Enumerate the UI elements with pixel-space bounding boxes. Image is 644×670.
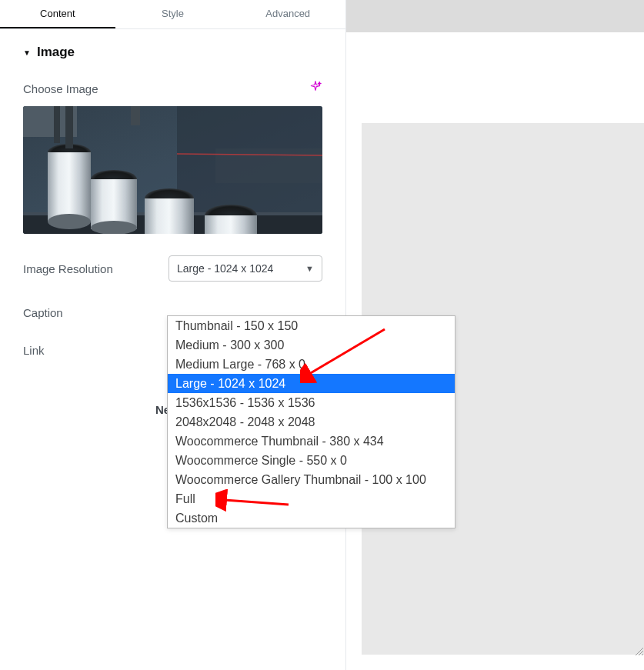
dropdown-option-wc-single[interactable]: Woocommerce Single - 550 x 0 <box>168 451 455 470</box>
dropdown-option-2048[interactable]: 2048x2048 - 2048 x 2048 <box>168 412 455 432</box>
choose-image-label: Choose Image <box>23 82 98 95</box>
svg-rect-20 <box>23 106 322 234</box>
image-resolution-select[interactable]: Large - 1024 x 1024 ▼ <box>169 255 322 282</box>
image-resolution-row: Image Resolution Large - 1024 x 1024 ▼ <box>23 255 322 282</box>
top-bar <box>346 0 644 32</box>
choose-image-row: Choose Image <box>23 80 322 97</box>
chevron-down-icon: ▼ <box>305 264 314 273</box>
dropdown-option-thumbnail[interactable]: Thumbnail - 150 x 150 <box>168 316 455 335</box>
caret-down-icon: ▼ <box>23 48 31 57</box>
dropdown-option-full[interactable]: Full <box>168 489 455 508</box>
dropdown-option-custom[interactable]: Custom <box>168 508 455 528</box>
caption-label: Caption <box>23 306 63 319</box>
dropdown-option-medium[interactable]: Medium - 300 x 300 <box>168 335 455 355</box>
dropdown-option-1536[interactable]: 1536x1536 - 1536 x 1536 <box>168 393 455 412</box>
ai-sparkle-icon[interactable] <box>309 80 322 97</box>
tabs: Content Style Advanced <box>0 0 345 29</box>
resolution-dropdown: Thumbnail - 150 x 150 Medium - 300 x 300… <box>167 315 455 528</box>
link-label: Link <box>23 344 45 357</box>
dropdown-option-large[interactable]: Large - 1024 x 1024 <box>168 374 455 393</box>
dropdown-option-wc-gallery[interactable]: Woocommerce Gallery Thumbnail - 100 x 10… <box>168 470 455 489</box>
image-resolution-value: Large - 1024 x 1024 <box>177 262 273 275</box>
dropdown-option-medium-large[interactable]: Medium Large - 768 x 0 <box>168 355 455 374</box>
tab-style[interactable]: Style <box>115 0 231 28</box>
tab-content[interactable]: Content <box>0 0 115 28</box>
section-header-image[interactable]: ▼ Image <box>23 45 322 60</box>
tab-advanced[interactable]: Advanced <box>230 0 345 28</box>
section-title: Image <box>37 45 75 60</box>
dropdown-option-wc-thumb[interactable]: Woocommerce Thumbnail - 380 x 434 <box>168 432 455 451</box>
image-preview[interactable] <box>23 106 322 234</box>
resize-handle-icon[interactable] <box>633 645 644 656</box>
image-resolution-label: Image Resolution <box>23 262 113 275</box>
svg-line-23 <box>642 654 643 655</box>
